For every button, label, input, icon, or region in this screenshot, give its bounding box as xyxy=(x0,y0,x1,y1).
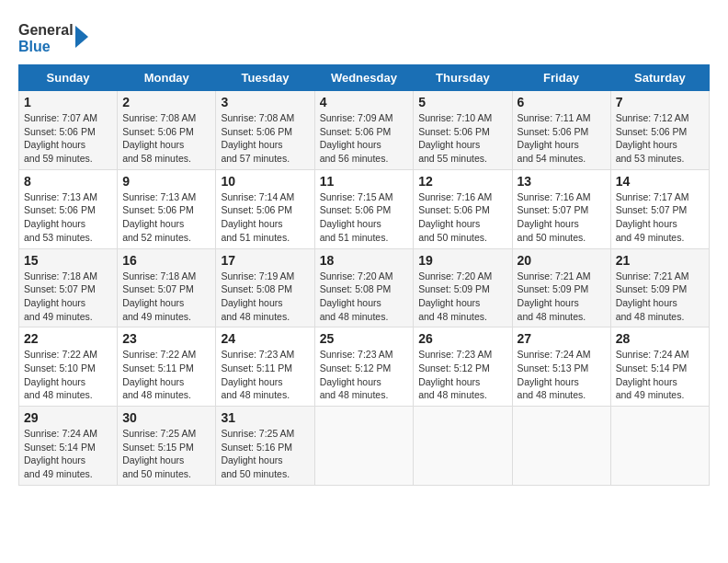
calendar-week-4: 22 Sunrise: 7:22 AM Sunset: 5:10 PM Dayl… xyxy=(19,327,710,407)
day-number: 12 xyxy=(418,174,506,189)
day-number: 4 xyxy=(320,95,409,109)
day-info: Sunrise: 7:13 AM Sunset: 5:06 PM Dayligh… xyxy=(122,191,196,243)
day-info: Sunrise: 7:22 AM Sunset: 5:10 PM Dayligh… xyxy=(24,349,97,400)
day-info: Sunrise: 7:12 AM Sunset: 5:06 PM Dayligh… xyxy=(616,112,689,164)
day-number: 16 xyxy=(122,253,210,268)
day-number: 3 xyxy=(221,95,309,109)
calendar-header: SundayMondayTuesdayWednesdayThursdayFrid… xyxy=(19,65,710,91)
calendar-cell: 26 Sunrise: 7:23 AM Sunset: 5:12 PM Dayl… xyxy=(414,327,512,407)
day-number: 17 xyxy=(221,253,309,268)
day-number: 9 xyxy=(122,174,210,189)
day-info: Sunrise: 7:11 AM Sunset: 5:06 PM Dayligh… xyxy=(518,112,591,164)
calendar-cell: 10 Sunrise: 7:14 AM Sunset: 5:06 PM Dayl… xyxy=(216,169,314,248)
day-info: Sunrise: 7:08 AM Sunset: 5:06 PM Dayligh… xyxy=(221,112,294,164)
calendar-cell: 3 Sunrise: 7:08 AM Sunset: 5:06 PM Dayli… xyxy=(216,91,314,170)
day-info: Sunrise: 7:16 AM Sunset: 5:06 PM Dayligh… xyxy=(418,191,492,243)
calendar-cell: 14 Sunrise: 7:17 AM Sunset: 5:07 PM Dayl… xyxy=(610,169,709,248)
day-number: 27 xyxy=(518,331,606,346)
calendar-cell: 28 Sunrise: 7:24 AM Sunset: 5:14 PM Dayl… xyxy=(610,327,709,407)
calendar-cell xyxy=(512,407,610,486)
day-info: Sunrise: 7:24 AM Sunset: 5:14 PM Dayligh… xyxy=(24,428,97,479)
day-info: Sunrise: 7:25 AM Sunset: 5:16 PM Dayligh… xyxy=(221,428,294,479)
day-info: Sunrise: 7:24 AM Sunset: 5:13 PM Dayligh… xyxy=(518,349,591,400)
page-header: GeneralBlue xyxy=(18,18,710,55)
calendar-cell: 27 Sunrise: 7:24 AM Sunset: 5:13 PM Dayl… xyxy=(512,327,610,407)
day-header-friday: Friday xyxy=(512,65,610,91)
day-header-tuesday: Tuesday xyxy=(216,65,314,91)
day-number: 1 xyxy=(24,95,112,109)
day-info: Sunrise: 7:23 AM Sunset: 5:12 PM Dayligh… xyxy=(418,349,492,400)
day-info: Sunrise: 7:18 AM Sunset: 5:07 PM Dayligh… xyxy=(122,270,196,322)
day-number: 19 xyxy=(418,253,506,268)
calendar-cell: 25 Sunrise: 7:23 AM Sunset: 5:12 PM Dayl… xyxy=(314,327,414,407)
day-info: Sunrise: 7:25 AM Sunset: 5:15 PM Dayligh… xyxy=(122,428,196,479)
day-info: Sunrise: 7:07 AM Sunset: 5:06 PM Dayligh… xyxy=(24,112,97,164)
calendar-cell: 1 Sunrise: 7:07 AM Sunset: 5:06 PM Dayli… xyxy=(19,91,118,170)
day-info: Sunrise: 7:19 AM Sunset: 5:08 PM Dayligh… xyxy=(221,270,294,322)
calendar-cell: 2 Sunrise: 7:08 AM Sunset: 5:06 PM Dayli… xyxy=(118,91,216,170)
calendar-cell: 7 Sunrise: 7:12 AM Sunset: 5:06 PM Dayli… xyxy=(610,91,709,170)
day-number: 26 xyxy=(418,331,506,346)
day-info: Sunrise: 7:08 AM Sunset: 5:06 PM Dayligh… xyxy=(122,112,196,164)
calendar-cell xyxy=(610,407,709,486)
day-header-monday: Monday xyxy=(118,65,216,91)
day-info: Sunrise: 7:09 AM Sunset: 5:06 PM Dayligh… xyxy=(320,112,393,164)
day-number: 8 xyxy=(24,174,112,189)
day-info: Sunrise: 7:16 AM Sunset: 5:07 PM Dayligh… xyxy=(518,191,591,243)
calendar-cell: 12 Sunrise: 7:16 AM Sunset: 5:06 PM Dayl… xyxy=(414,169,512,248)
calendar-cell xyxy=(314,407,414,486)
calendar-cell: 13 Sunrise: 7:16 AM Sunset: 5:07 PM Dayl… xyxy=(512,169,610,248)
calendar-cell: 19 Sunrise: 7:20 AM Sunset: 5:09 PM Dayl… xyxy=(414,248,512,327)
day-info: Sunrise: 7:23 AM Sunset: 5:11 PM Dayligh… xyxy=(221,349,294,400)
day-number: 23 xyxy=(122,331,210,346)
day-header-saturday: Saturday xyxy=(610,65,709,91)
day-info: Sunrise: 7:14 AM Sunset: 5:06 PM Dayligh… xyxy=(221,191,294,243)
calendar-cell: 31 Sunrise: 7:25 AM Sunset: 5:16 PM Dayl… xyxy=(216,407,314,486)
day-info: Sunrise: 7:20 AM Sunset: 5:08 PM Dayligh… xyxy=(320,270,393,322)
day-number: 15 xyxy=(24,253,112,268)
day-number: 10 xyxy=(221,174,309,189)
day-number: 13 xyxy=(518,174,606,189)
day-number: 21 xyxy=(616,253,704,268)
day-number: 11 xyxy=(320,174,409,189)
day-number: 30 xyxy=(122,410,210,425)
day-info: Sunrise: 7:15 AM Sunset: 5:06 PM Dayligh… xyxy=(320,191,393,243)
day-number: 5 xyxy=(418,95,506,109)
day-number: 29 xyxy=(24,410,112,425)
calendar-cell: 20 Sunrise: 7:21 AM Sunset: 5:09 PM Dayl… xyxy=(512,248,610,327)
calendar-cell: 9 Sunrise: 7:13 AM Sunset: 5:06 PM Dayli… xyxy=(118,169,216,248)
calendar-cell: 16 Sunrise: 7:18 AM Sunset: 5:07 PM Dayl… xyxy=(118,248,216,327)
calendar-cell: 5 Sunrise: 7:10 AM Sunset: 5:06 PM Dayli… xyxy=(414,91,512,170)
day-info: Sunrise: 7:18 AM Sunset: 5:07 PM Dayligh… xyxy=(24,270,97,322)
calendar-cell: 15 Sunrise: 7:18 AM Sunset: 5:07 PM Dayl… xyxy=(19,248,118,327)
day-header-sunday: Sunday xyxy=(19,65,118,91)
calendar-table: SundayMondayTuesdayWednesdayThursdayFrid… xyxy=(18,64,710,486)
calendar-cell: 21 Sunrise: 7:21 AM Sunset: 5:09 PM Dayl… xyxy=(610,248,709,327)
day-number: 6 xyxy=(518,95,606,109)
day-number: 24 xyxy=(221,331,309,346)
day-number: 18 xyxy=(320,253,409,268)
day-number: 20 xyxy=(518,253,606,268)
day-info: Sunrise: 7:23 AM Sunset: 5:12 PM Dayligh… xyxy=(320,349,393,400)
calendar-cell: 18 Sunrise: 7:20 AM Sunset: 5:08 PM Dayl… xyxy=(314,248,414,327)
calendar-cell: 6 Sunrise: 7:11 AM Sunset: 5:06 PM Dayli… xyxy=(512,91,610,170)
day-header-wednesday: Wednesday xyxy=(314,65,414,91)
day-number: 2 xyxy=(122,95,210,109)
calendar-cell: 22 Sunrise: 7:22 AM Sunset: 5:10 PM Dayl… xyxy=(19,327,118,407)
calendar-cell xyxy=(414,407,512,486)
day-info: Sunrise: 7:13 AM Sunset: 5:06 PM Dayligh… xyxy=(24,191,97,243)
calendar-cell: 23 Sunrise: 7:22 AM Sunset: 5:11 PM Dayl… xyxy=(118,327,216,407)
day-info: Sunrise: 7:21 AM Sunset: 5:09 PM Dayligh… xyxy=(518,270,591,322)
day-info: Sunrise: 7:17 AM Sunset: 5:07 PM Dayligh… xyxy=(616,191,689,243)
calendar-week-2: 8 Sunrise: 7:13 AM Sunset: 5:06 PM Dayli… xyxy=(19,169,710,248)
svg-marker-2 xyxy=(75,26,88,48)
day-info: Sunrise: 7:21 AM Sunset: 5:09 PM Dayligh… xyxy=(616,270,689,322)
day-number: 14 xyxy=(616,174,704,189)
calendar-cell: 30 Sunrise: 7:25 AM Sunset: 5:15 PM Dayl… xyxy=(118,407,216,486)
calendar-cell: 29 Sunrise: 7:24 AM Sunset: 5:14 PM Dayl… xyxy=(19,407,118,486)
svg-text:Blue: Blue xyxy=(18,39,51,54)
day-number: 25 xyxy=(320,331,409,346)
calendar-cell: 11 Sunrise: 7:15 AM Sunset: 5:06 PM Dayl… xyxy=(314,169,414,248)
day-header-thursday: Thursday xyxy=(414,65,512,91)
calendar-week-1: 1 Sunrise: 7:07 AM Sunset: 5:06 PM Dayli… xyxy=(19,91,710,170)
